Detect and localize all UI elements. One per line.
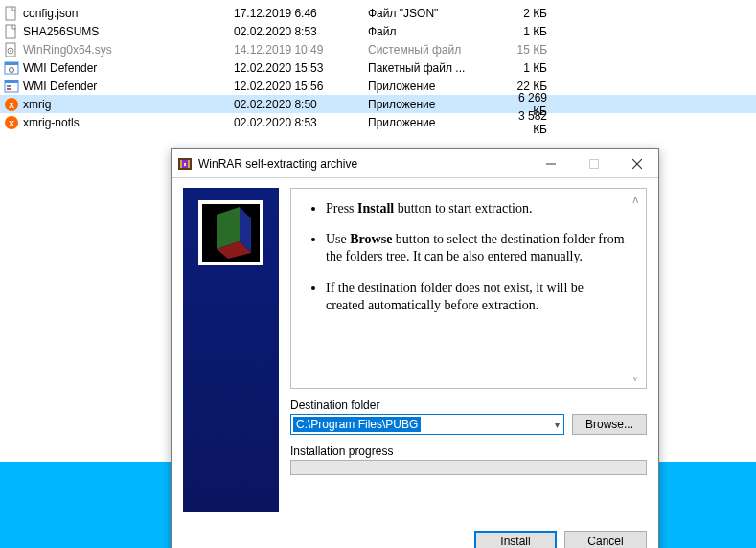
file-type: Системный файл xyxy=(368,43,502,57)
instructions-panel: ʌ Press Install button to start extracti… xyxy=(290,188,647,389)
file-icon xyxy=(4,6,19,21)
table-row[interactable]: Xxmrig02.02.2020 8:50Приложение6 269 КБ xyxy=(0,95,756,113)
side-graphic xyxy=(183,188,279,512)
file-size: 2 КБ xyxy=(502,7,555,20)
chevron-down-icon[interactable]: ▾ xyxy=(555,420,560,430)
destination-label: Destination folder xyxy=(290,399,647,412)
svg-rect-19 xyxy=(184,163,186,166)
file-date: 17.12.2019 6:46 xyxy=(234,7,368,20)
file-type: Файл "JSON" xyxy=(368,7,502,20)
file-type: Приложение xyxy=(368,80,502,93)
cancel-button[interactable]: Cancel xyxy=(564,531,647,548)
file-name: WMI Defender xyxy=(23,61,97,75)
window-title: WinRAR self-extracting archive xyxy=(198,157,529,171)
file-name: xmrig-notls xyxy=(23,116,80,129)
table-row[interactable]: Xxmrig-notls02.02.2020 8:53Приложение3 5… xyxy=(0,113,756,131)
maximize-button xyxy=(572,149,615,177)
scroll-up-icon[interactable]: ʌ xyxy=(629,193,642,206)
svg-rect-21 xyxy=(589,159,598,168)
winrar-sfx-dialog: WinRAR self-extracting archive ʌ xyxy=(171,148,659,548)
file-type: Приложение xyxy=(368,116,502,129)
minimize-button[interactable] xyxy=(529,149,572,177)
progress-label: Installation progress xyxy=(290,445,647,458)
file-date: 02.02.2020 8:53 xyxy=(234,116,368,129)
file-icon: X xyxy=(4,115,19,130)
file-size: 15 КБ xyxy=(502,43,555,57)
close-button[interactable] xyxy=(615,149,658,177)
file-icon xyxy=(4,42,19,57)
svg-text:X: X xyxy=(9,119,14,128)
instruction-item: Press Install button to start extraction… xyxy=(326,200,625,217)
table-row[interactable]: WMI Defender12.02.2020 15:53Пакетный фай… xyxy=(0,58,756,77)
file-name: WMI Defender xyxy=(23,80,97,93)
svg-rect-10 xyxy=(7,85,11,87)
svg-rect-0 xyxy=(6,7,15,20)
file-icon xyxy=(4,24,19,39)
file-name: config.json xyxy=(23,7,78,20)
install-button[interactable]: Install xyxy=(474,531,557,548)
table-row[interactable]: WinRing0x64.sys14.12.2019 10:49Системный… xyxy=(0,40,756,58)
progress-bar xyxy=(290,460,647,475)
instruction-item: If the destination folder does not exist… xyxy=(326,280,625,314)
file-type: Файл xyxy=(368,25,502,38)
winrar-icon xyxy=(177,156,193,171)
file-list: config.json17.12.2019 6:46Файл "JSON"2 К… xyxy=(0,0,756,135)
table-row[interactable]: SHA256SUMS02.02.2020 8:53Файл1 КБ xyxy=(0,22,756,40)
file-name: WinRing0x64.sys xyxy=(23,43,112,57)
file-size: 1 КБ xyxy=(502,61,555,75)
svg-rect-1 xyxy=(6,25,15,38)
destination-input[interactable]: C:\Program Files\PUBG ▾ xyxy=(290,414,564,435)
file-icon: X xyxy=(4,97,19,112)
browse-button[interactable]: Browse... xyxy=(572,414,647,435)
file-icon xyxy=(4,60,19,76)
table-row[interactable]: config.json17.12.2019 6:46Файл "JSON"2 К… xyxy=(0,4,756,22)
file-type: Пакетный файл ... xyxy=(368,61,502,75)
file-size: 1 КБ xyxy=(502,25,555,38)
file-date: 02.02.2020 8:53 xyxy=(234,25,368,38)
file-size: 3 582 КБ xyxy=(502,109,555,136)
file-date: 12.02.2020 15:53 xyxy=(234,61,368,75)
destination-value: C:\Program Files\PUBG xyxy=(293,417,421,432)
svg-point-4 xyxy=(10,50,11,52)
file-icon xyxy=(4,79,19,94)
scroll-down-icon[interactable]: v xyxy=(629,371,642,384)
table-row[interactable]: WMI Defender12.02.2020 15:56Приложение22… xyxy=(0,77,756,95)
file-name: SHA256SUMS xyxy=(23,25,99,38)
titlebar[interactable]: WinRAR self-extracting archive xyxy=(172,149,658,178)
file-type: Приложение xyxy=(368,98,502,111)
svg-rect-11 xyxy=(7,88,11,90)
file-name: xmrig xyxy=(23,98,51,111)
instruction-item: Use Browse button to select the destinat… xyxy=(326,231,625,265)
svg-text:X: X xyxy=(9,101,14,110)
svg-rect-6 xyxy=(5,62,18,65)
file-date: 14.12.2019 10:49 xyxy=(234,43,368,57)
file-date: 02.02.2020 8:50 xyxy=(234,98,368,111)
window-buttons xyxy=(529,149,658,177)
file-date: 12.02.2020 15:56 xyxy=(234,80,368,93)
svg-rect-9 xyxy=(5,80,18,83)
